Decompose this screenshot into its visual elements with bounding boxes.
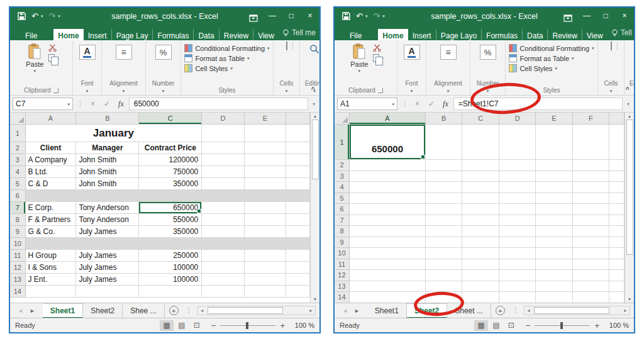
cell-A10[interactable] <box>26 238 77 250</box>
row-header-6[interactable]: 6 <box>335 204 350 215</box>
scroll-up-icon[interactable]: ▲ <box>628 114 632 118</box>
cell-x9[interactable] <box>609 237 625 249</box>
zoom-slider-thumb[interactable] <box>246 322 248 329</box>
cell-D14[interactable] <box>202 286 244 298</box>
horizontal-scroll-thumb[interactable] <box>534 307 609 314</box>
conditional-formatting-button[interactable]: Conditional Formatting▾ <box>184 44 269 52</box>
row-header-4[interactable]: 4 <box>335 182 350 193</box>
row-header-8[interactable]: 8 <box>335 226 350 237</box>
undo-icon[interactable]: ↶ <box>356 12 363 20</box>
cell-x4[interactable] <box>286 166 310 178</box>
zoom-out-button[interactable]: − <box>526 321 531 330</box>
cells-button[interactable] <box>611 42 612 50</box>
hscroll-left-icon[interactable]: ◄ <box>525 308 533 313</box>
cell-C9[interactable] <box>462 237 499 249</box>
row-header-2[interactable]: 2 <box>335 160 350 171</box>
page-layout-view-button[interactable]: ▤ <box>489 320 503 331</box>
alignment-button[interactable]: ≡ <box>116 45 132 60</box>
cell-B7[interactable]: Tony Anderson <box>76 202 139 214</box>
paste-button[interactable]: Paste ▾ <box>23 42 46 74</box>
cell-A4[interactable] <box>350 182 426 193</box>
col-header-D[interactable]: D <box>202 113 244 125</box>
col-header-D[interactable]: D <box>499 113 536 125</box>
cell-D5[interactable] <box>499 193 536 204</box>
row-header-7[interactable]: 7 <box>335 215 350 226</box>
cell-E5[interactable] <box>536 193 572 204</box>
cell-x13[interactable] <box>609 281 625 293</box>
cut-button[interactable] <box>373 44 381 52</box>
cell-E13[interactable] <box>245 274 287 286</box>
number-button[interactable]: % <box>480 45 496 60</box>
name-box[interactable]: A1▾ <box>337 98 397 110</box>
cell-F9[interactable] <box>573 237 609 249</box>
cells-button[interactable] <box>286 42 287 50</box>
col-header-E[interactable]: E <box>245 113 287 125</box>
cell-B5[interactable]: John Smith <box>76 178 139 190</box>
cell-B7[interactable] <box>426 215 462 226</box>
cell-E9[interactable] <box>245 226 287 238</box>
sheet-tab-sheet-[interactable]: Sheet ... <box>447 303 491 318</box>
undo-dropdown-icon[interactable]: ▾ <box>41 14 43 18</box>
cell-F7[interactable] <box>573 215 609 226</box>
normal-view-button[interactable]: ▦ <box>474 320 488 331</box>
cell-F1[interactable] <box>573 125 609 160</box>
cell-C7[interactable]: 650000 <box>139 202 202 214</box>
undo-icon[interactable]: ↶ <box>31 12 38 20</box>
cell-E3[interactable] <box>245 154 287 166</box>
zoom-slider[interactable] <box>220 325 275 326</box>
cell-A5[interactable]: C & D <box>26 178 77 190</box>
cell-x13[interactable] <box>286 274 310 286</box>
undo-dropdown-icon[interactable]: ▾ <box>365 14 368 18</box>
cell-A7[interactable] <box>350 215 426 226</box>
zoom-slider[interactable] <box>535 325 590 326</box>
add-sheet-button[interactable]: + <box>496 306 505 315</box>
paste-dropdown-icon[interactable]: ▾ <box>358 69 360 73</box>
cell-x8[interactable] <box>609 226 625 237</box>
cell-C3[interactable]: 1200000 <box>139 154 202 166</box>
cell-x14[interactable] <box>609 292 625 303</box>
col-header-partial[interactable] <box>286 113 310 125</box>
format-as-table-button[interactable]: Format as Table▾ <box>184 54 269 62</box>
number-button[interactable]: % <box>155 45 172 60</box>
name-box-dropdown-icon[interactable]: ▾ <box>392 102 394 106</box>
cell-B13[interactable]: July James <box>76 274 139 286</box>
formula-bar-expand-icon[interactable]: ▾ <box>625 101 631 107</box>
page-break-view-button[interactable]: ⊡ <box>504 320 518 331</box>
cell-x5[interactable] <box>286 178 310 190</box>
name-box[interactable]: C7▾ <box>13 98 73 110</box>
cell-D12[interactable] <box>499 270 536 281</box>
cell-E1[interactable] <box>536 125 572 160</box>
cell-A6[interactable] <box>26 190 77 202</box>
cell-E2[interactable] <box>245 142 287 154</box>
cell-B3[interactable] <box>426 171 462 182</box>
cell-x9[interactable] <box>286 226 310 238</box>
cell-A8[interactable]: F & Partners <box>26 214 77 226</box>
col-header-A[interactable]: A <box>350 113 426 125</box>
sheet-tab-sheet2[interactable]: Sheet2 <box>407 303 447 318</box>
cut-button[interactable] <box>48 44 57 52</box>
minimize-button[interactable]: — <box>577 8 596 25</box>
cell-x3[interactable] <box>286 154 310 166</box>
cell-x1[interactable] <box>609 125 625 160</box>
cell-B10[interactable] <box>426 248 462 259</box>
sheet-tab-sheet1[interactable]: Sheet1 <box>367 303 407 318</box>
close-button[interactable]: × <box>301 8 319 25</box>
cell-A9[interactable] <box>350 237 426 249</box>
cell-x10[interactable] <box>286 238 310 250</box>
cell-E13[interactable] <box>536 281 572 293</box>
cell-D8[interactable] <box>202 214 244 226</box>
row-header-11[interactable]: 11 <box>10 250 26 262</box>
tell-me-box[interactable]: Tell me <box>608 26 635 40</box>
cell-x12[interactable] <box>286 262 310 274</box>
cell-B8[interactable] <box>426 226 462 237</box>
cell-B11[interactable]: July James <box>76 250 139 262</box>
cell-E9[interactable] <box>536 237 572 249</box>
cell-D6[interactable] <box>499 204 536 215</box>
page-break-view-button[interactable]: ⊡ <box>190 320 204 331</box>
sheet-tab-sheet2[interactable]: Sheet2 <box>83 303 123 318</box>
cell-D7[interactable] <box>202 202 244 214</box>
cell-B14[interactable] <box>426 292 462 303</box>
minimize-button[interactable]: — <box>263 8 282 25</box>
horizontal-scrollbar[interactable]: ◄ ► <box>197 306 316 315</box>
cell-A2[interactable]: Client <box>26 142 77 154</box>
